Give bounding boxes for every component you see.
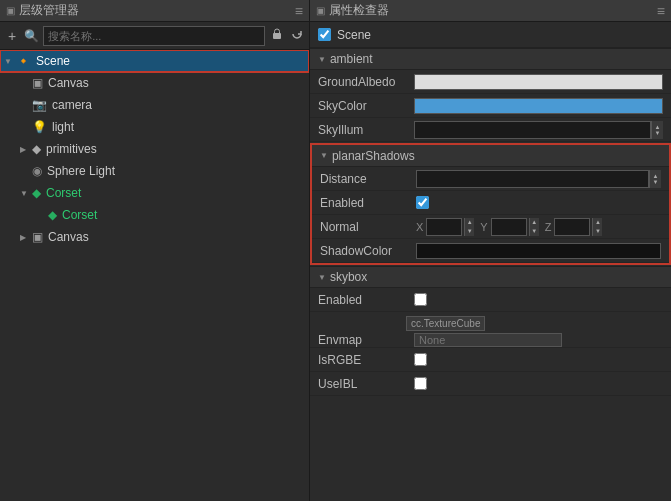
refresh-icon-button[interactable] bbox=[289, 26, 305, 45]
properties-content: Scene ▼ ambient GroundAlbedo SkyColor bbox=[310, 22, 671, 501]
tree-item-camera[interactable]: 📷 camera bbox=[0, 94, 309, 116]
tree-item-spherelight[interactable]: ◉ Sphere Light bbox=[0, 160, 309, 182]
toolbar: + 🔍 bbox=[0, 22, 309, 50]
right-panel-menu-icon[interactable]: ≡ bbox=[657, 3, 665, 19]
prop-skyillum: SkyIllum 20000 ▲ ▼ bbox=[310, 118, 671, 142]
distance-spinner[interactable]: ▲ ▼ bbox=[649, 170, 661, 188]
prop-shadowcolor: ShadowColor bbox=[312, 239, 669, 263]
svg-rect-0 bbox=[273, 33, 281, 39]
tree-item-canvas2[interactable]: ▶ ▣ Canvas bbox=[0, 226, 309, 248]
useibl-checkbox[interactable] bbox=[414, 377, 427, 390]
scene-row: Scene bbox=[310, 22, 671, 48]
tree-item-scene[interactable]: ▼ 🔸 Scene bbox=[0, 50, 309, 72]
search-icon: 🔍 bbox=[24, 29, 39, 43]
tree-item-primitives[interactable]: ▶ ◆ primitives bbox=[0, 138, 309, 160]
envmap-value: cc.TextureCube bbox=[414, 333, 663, 347]
prop-envmap: Envmap cc.TextureCube bbox=[310, 312, 671, 348]
corset-child-icon: ◆ bbox=[48, 208, 57, 222]
skycolor-label: SkyColor bbox=[318, 99, 408, 113]
left-panel-menu-icon[interactable]: ≡ bbox=[295, 3, 303, 19]
groundalbedo-color[interactable] bbox=[414, 74, 663, 90]
normal-y-input[interactable]: 1 bbox=[491, 218, 527, 236]
spherelight-icon: ◉ bbox=[32, 164, 42, 178]
normal-z-up[interactable]: ▲ bbox=[592, 218, 602, 227]
enabled-value bbox=[416, 196, 661, 209]
search-input[interactable] bbox=[43, 26, 265, 46]
canvas2-icon: ▣ bbox=[32, 230, 43, 244]
tree-item-light[interactable]: 💡 light bbox=[0, 116, 309, 138]
normal-y-spin[interactable]: ▲ ▼ bbox=[529, 218, 539, 236]
tree-item-corset-child[interactable]: ◆ Corset bbox=[0, 204, 309, 226]
distance-input[interactable]: 0 bbox=[416, 170, 649, 188]
normal-x-spin[interactable]: ▲ ▼ bbox=[464, 218, 474, 236]
left-panel-title: 层级管理器 bbox=[19, 2, 291, 19]
skybox-arrow: ▼ bbox=[318, 273, 326, 282]
isrgbe-checkbox[interactable] bbox=[414, 353, 427, 366]
tree-arrow-corset: ▼ bbox=[20, 189, 30, 198]
skybox-enabled-checkbox[interactable] bbox=[414, 293, 427, 306]
tree-arrow-scene: ▼ bbox=[4, 57, 14, 66]
prop-isrgbe: IsRGBE bbox=[310, 348, 671, 372]
prop-skybox-enabled: Enabled bbox=[310, 288, 671, 312]
right-panel: ▣ 属性检查器 ≡ Scene ▼ ambient GroundAlbedo bbox=[310, 0, 671, 501]
right-panel-header: ▣ 属性检查器 ≡ bbox=[310, 0, 671, 22]
prop-normal: Normal X 0 ▲ ▼ Y 1 ▲ ▼ bbox=[312, 215, 669, 239]
skyillum-input[interactable]: 20000 bbox=[414, 121, 651, 139]
skybox-enabled-label: Enabled bbox=[318, 293, 408, 307]
isrgbe-label: IsRGBE bbox=[318, 353, 408, 367]
envmap-input[interactable] bbox=[414, 333, 562, 347]
envmap-tooltip: cc.TextureCube bbox=[406, 316, 485, 331]
normal-x-up[interactable]: ▲ bbox=[464, 218, 474, 227]
tree-label-corset-child: Corset bbox=[62, 208, 97, 222]
skyillum-spinner[interactable]: ▲ ▼ bbox=[651, 121, 663, 139]
shadowcolor-value bbox=[416, 243, 661, 259]
section-skybox[interactable]: ▼ skybox bbox=[310, 266, 671, 288]
useibl-value bbox=[414, 377, 663, 390]
skycolor-value bbox=[414, 98, 663, 114]
normal-x-input[interactable]: 0 bbox=[426, 218, 462, 236]
tree-label-primitives: primitives bbox=[46, 142, 97, 156]
shadowcolor-color[interactable] bbox=[416, 243, 661, 259]
normal-value: X 0 ▲ ▼ Y 1 ▲ ▼ Z 0 bbox=[416, 218, 661, 236]
skyillum-label: SkyIllum bbox=[318, 123, 408, 137]
normal-y-down[interactable]: ▼ bbox=[529, 227, 539, 236]
tree-item-canvas[interactable]: ▣ Canvas bbox=[0, 72, 309, 94]
planarshadows-arrow: ▼ bbox=[320, 151, 328, 160]
skycolor-color[interactable] bbox=[414, 98, 663, 114]
ambient-label: ambient bbox=[330, 52, 373, 66]
right-panel-title: 属性检查器 bbox=[329, 2, 653, 19]
right-panel-icon: ▣ bbox=[316, 5, 325, 16]
tree-arrow-canvas2: ▶ bbox=[20, 233, 30, 242]
tree-label-camera: camera bbox=[52, 98, 92, 112]
tree-label-scene: Scene bbox=[36, 54, 70, 68]
skybox-enabled-value bbox=[414, 293, 663, 306]
distance-value: 0 ▲ ▼ bbox=[416, 170, 661, 188]
envmap-label: Envmap bbox=[318, 333, 408, 347]
prop-skycolor: SkyColor bbox=[310, 94, 671, 118]
prop-enabled: Enabled bbox=[312, 191, 669, 215]
section-planarshadows[interactable]: ▼ planarShadows bbox=[312, 145, 669, 167]
scene-checkbox[interactable] bbox=[318, 28, 331, 41]
groundalbedo-label: GroundAlbedo bbox=[318, 75, 408, 89]
skyillum-value: 20000 ▲ ▼ bbox=[414, 121, 663, 139]
normal-y-label: Y bbox=[480, 221, 487, 233]
normal-z-down[interactable]: ▼ bbox=[592, 227, 602, 236]
enabled-checkbox[interactable] bbox=[416, 196, 429, 209]
normal-z-input[interactable]: 0 bbox=[554, 218, 590, 236]
normal-z-spin[interactable]: ▲ ▼ bbox=[592, 218, 602, 236]
add-button[interactable]: + bbox=[4, 27, 20, 45]
lock-icon-button[interactable] bbox=[269, 26, 285, 45]
primitives-icon: ◆ bbox=[32, 142, 41, 156]
scene-tree: ▼ 🔸 Scene ▣ Canvas 📷 camera 💡 light bbox=[0, 50, 309, 501]
normal-y-up[interactable]: ▲ bbox=[529, 218, 539, 227]
corset-icon: ◆ bbox=[32, 186, 41, 200]
skybox-label: skybox bbox=[330, 270, 367, 284]
planarshadows-section: ▼ planarShadows Distance 0 ▲ ▼ bbox=[310, 143, 671, 265]
useibl-label: UseIBL bbox=[318, 377, 408, 391]
normal-z-label: Z bbox=[545, 221, 552, 233]
scene-icon: 🔸 bbox=[16, 54, 31, 68]
section-ambient[interactable]: ▼ ambient bbox=[310, 48, 671, 70]
normal-x-down[interactable]: ▼ bbox=[464, 227, 474, 236]
tree-arrow-primitives: ▶ bbox=[20, 145, 30, 154]
tree-item-corset[interactable]: ▼ ◆ Corset bbox=[0, 182, 309, 204]
